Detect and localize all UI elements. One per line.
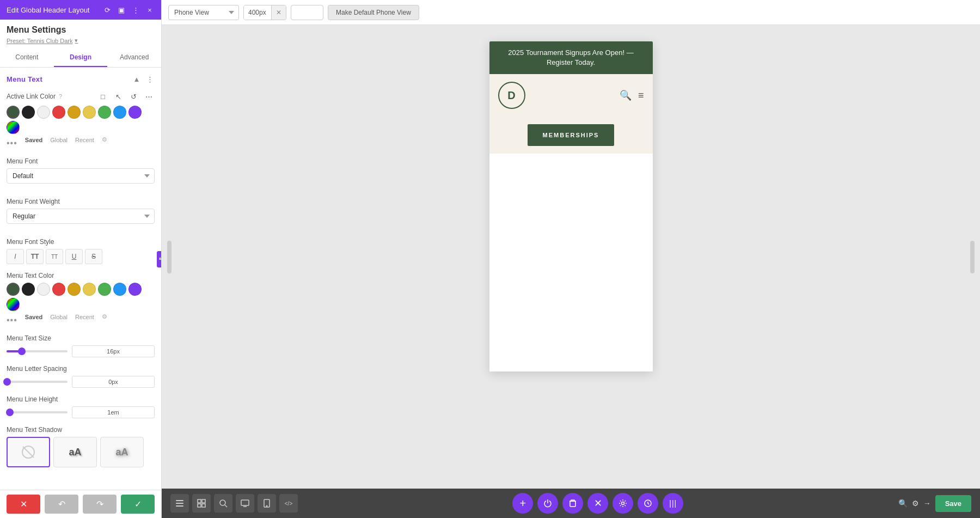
menu-color-swatch-blue[interactable] [113,283,126,296]
menu-line-height-thumb[interactable] [6,409,14,416]
menu-text-size-thumb[interactable] [18,348,26,355]
undo-button[interactable]: ↶ [45,495,78,514]
trash-button[interactable] [562,493,583,514]
more-color-icon[interactable]: ⋯ [143,90,155,102]
zoom-icon[interactable]: 🔍 [898,499,908,508]
save-button[interactable]: Save [935,495,971,512]
menu-letter-spacing-input[interactable] [72,376,155,388]
copy-color-icon[interactable]: □ [97,90,109,102]
help-icon[interactable]: ? [59,93,62,100]
search-tool-button[interactable] [214,494,232,513]
menu-color-swatch-darkgreen[interactable] [7,283,20,296]
tab-design[interactable]: Design [54,48,108,67]
color-swatch-gold[interactable] [68,106,81,119]
menu-letter-spacing-thumb[interactable] [3,378,11,386]
sidebar-icon-sync[interactable]: ⟳ [102,5,112,15]
menu-color-swatch-black[interactable] [22,283,35,296]
sidebar-icon-layout[interactable]: ▣ [117,5,126,15]
gear-right-icon[interactable]: ⚙ [912,499,919,508]
color-settings-gear-icon-2[interactable]: ⚙ [102,313,107,320]
color-tab2-saved[interactable]: Saved [25,314,42,320]
menu-color-swatch-gold[interactable] [68,283,81,296]
menu-color-swatch-red[interactable] [52,283,65,296]
code-tool-button[interactable]: </> [279,494,298,513]
preset-label[interactable]: Preset: Tennis Club Dark [7,38,72,44]
search-nav-icon[interactable]: 🔍 [620,89,632,101]
confirm-button[interactable]: ✓ [121,495,155,514]
close-icon[interactable]: × [145,5,155,15]
menu-font-weight-select[interactable]: Regular Bold Light [7,209,155,224]
memberships-button[interactable]: MEMBERSHIPS [528,124,615,146]
menu-color-swatch-green[interactable] [98,283,111,296]
power-button[interactable] [537,493,558,514]
tab-content[interactable]: Content [0,48,54,67]
color-swatch-white[interactable] [37,106,50,119]
redo-button[interactable]: ↷ [83,495,117,514]
drag-handle-left[interactable] [167,241,171,273]
menu-letter-spacing-label: Menu Letter Spacing [7,365,155,373]
menu-text-size-track[interactable] [7,350,68,352]
color-swatch-black[interactable] [22,106,35,119]
drag-handle-right[interactable] [970,241,975,273]
arrow-right-icon[interactable]: → [923,499,931,508]
history-button[interactable] [638,493,658,514]
more-dots-2[interactable]: ••• [7,315,17,325]
cancel-button[interactable]: ✕ [7,495,40,514]
reset-color-icon[interactable]: ↺ [127,90,139,102]
font-style-caps[interactable]: TT [46,249,63,264]
color-tab-recent[interactable]: Recent [75,137,94,143]
px-input[interactable] [244,5,271,20]
settings-button[interactable] [612,493,633,514]
grid-tool-button[interactable] [192,494,211,513]
color-swatch-red[interactable] [52,106,65,119]
color-settings-gear-icon[interactable]: ⚙ [102,136,107,143]
shadow-style-2[interactable]: aA [100,437,144,467]
font-style-strike[interactable]: S [85,249,102,264]
desktop-tool-button[interactable] [236,494,254,513]
close-center-button[interactable]: ✕ [587,493,608,514]
menu-line-height-track[interactable] [7,411,68,413]
px-extra-input[interactable] [291,5,323,20]
color-swatch-yellow[interactable] [83,106,96,119]
columns-button[interactable]: ||| [663,493,683,514]
color-tab2-recent[interactable]: Recent [75,314,94,320]
menu-letter-spacing-track[interactable] [7,381,68,383]
hamburger-nav-icon[interactable]: ≡ [638,90,644,101]
preset-arrow[interactable]: ▾ [75,37,78,44]
color-swatch-custom[interactable] [7,121,20,134]
list-tool-button[interactable] [170,494,189,513]
menu-text-size-input[interactable] [72,345,155,357]
menu-color-swatch-custom[interactable] [7,298,20,311]
tab-advanced[interactable]: Advanced [107,48,161,67]
trash-icon [568,499,577,508]
menu-line-height-input[interactable] [72,406,155,418]
shadow-style-1[interactable]: aA [53,437,97,467]
color-swatch-blue[interactable] [113,106,126,119]
color-swatch-green[interactable] [98,106,111,119]
tablet-tool-button[interactable] [258,494,276,513]
more-dots[interactable]: ••• [7,138,17,148]
color-tab2-global[interactable]: Global [50,314,68,320]
font-style-italic[interactable]: I [7,249,24,264]
resize-handle[interactable]: ⇆ [157,251,162,267]
menu-color-swatch-purple[interactable] [128,283,142,296]
menu-color-swatch-yellow[interactable] [83,283,96,296]
shadow-none[interactable] [7,437,50,467]
color-tab-saved[interactable]: Saved [25,137,42,143]
sidebar-icon-more[interactable]: ⋮ [131,5,140,15]
menu-color-swatch-white[interactable] [37,283,50,296]
section-more-icon[interactable]: ⋮ [145,74,155,84]
color-swatch-purple[interactable] [128,106,142,119]
menu-font-select[interactable]: Default Arial Georgia [7,168,155,184]
color-tab-global[interactable]: Global [50,137,68,143]
make-default-view-button[interactable]: Make Default Phone View [328,5,419,20]
desktop-icon [241,499,249,508]
color-swatch-darkgreen[interactable] [7,106,20,119]
px-clear-btn[interactable]: ✕ [271,5,286,20]
add-button[interactable]: + [512,493,533,514]
font-style-underline[interactable]: U [65,249,83,264]
section-collapse-icon[interactable]: ▲ [132,74,142,84]
cursor-icon[interactable]: ↖ [112,90,124,102]
view-select[interactable]: Phone View Desktop View Tablet View [168,5,239,20]
font-style-bold[interactable]: TT [26,249,44,264]
